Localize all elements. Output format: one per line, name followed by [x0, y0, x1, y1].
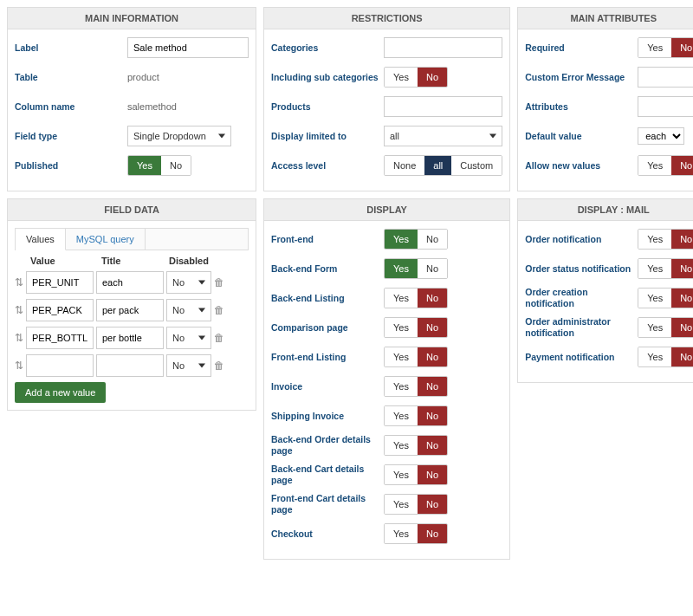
drag-handle-icon[interactable]: ⇅: [15, 276, 23, 289]
table-value: product: [127, 72, 249, 82]
row-toggle[interactable]: YesNo: [638, 229, 693, 250]
displimit-value: all: [390, 131, 399, 141]
errmsg-input[interactable]: [638, 67, 693, 88]
no-option[interactable]: No: [671, 38, 693, 57]
trash-icon[interactable]: 🗑: [214, 304, 224, 316]
no-option[interactable]: No: [671, 156, 693, 175]
allownew-toggle[interactable]: YesNo: [638, 155, 693, 176]
disabled-select[interactable]: No: [166, 299, 211, 321]
drag-handle-icon[interactable]: ⇅: [15, 360, 23, 372]
chevron-down-icon: [198, 364, 205, 368]
no-option[interactable]: No: [418, 230, 447, 249]
title-input[interactable]: [96, 354, 164, 377]
published-toggle[interactable]: YesNo: [127, 155, 191, 176]
access-option[interactable]: None: [385, 156, 424, 175]
yes-option[interactable]: Yes: [385, 495, 418, 514]
fieldtype-select[interactable]: Single Dropdown: [127, 126, 231, 146]
value-input[interactable]: [26, 327, 94, 349]
products-input[interactable]: [384, 96, 502, 117]
row-toggle[interactable]: YesNo: [384, 258, 448, 279]
title-input[interactable]: [96, 271, 164, 294]
access-option[interactable]: Custom: [451, 156, 502, 175]
yes-option[interactable]: Yes: [385, 406, 418, 425]
drag-handle-icon[interactable]: ⇅: [15, 304, 23, 316]
drag-handle-icon[interactable]: ⇅: [15, 332, 23, 344]
yes-option[interactable]: Yes: [385, 289, 418, 308]
no-option[interactable]: No: [418, 436, 447, 455]
yes-option[interactable]: Yes: [385, 465, 418, 484]
disabled-select[interactable]: No: [166, 271, 211, 294]
no-option[interactable]: No: [671, 259, 693, 278]
yes-option[interactable]: Yes: [385, 230, 418, 249]
no-option[interactable]: No: [418, 377, 447, 396]
no-option[interactable]: No: [671, 318, 693, 337]
incsub-toggle[interactable]: YesNo: [384, 67, 448, 88]
no-option[interactable]: No: [418, 259, 447, 278]
yes-option[interactable]: Yes: [385, 524, 418, 543]
row-toggle[interactable]: YesNo: [384, 347, 448, 367]
row-toggle[interactable]: YesNo: [638, 258, 693, 279]
yes-option[interactable]: Yes: [385, 318, 418, 337]
row-toggle[interactable]: YesNo: [384, 523, 448, 544]
row-label: Order notification: [525, 234, 638, 245]
add-value-button[interactable]: Add a new value: [15, 382, 106, 403]
row-toggle[interactable]: YesNo: [638, 288, 693, 308]
yes-option[interactable]: Yes: [638, 230, 671, 249]
title-input[interactable]: [96, 299, 164, 321]
yes-option[interactable]: Yes: [385, 377, 418, 396]
access-toggle[interactable]: NoneallCustom: [384, 155, 502, 176]
row-toggle[interactable]: YesNo: [384, 317, 448, 338]
no-option[interactable]: No: [671, 347, 693, 366]
trash-icon[interactable]: 🗑: [214, 332, 224, 344]
row-toggle[interactable]: YesNo: [384, 464, 448, 485]
yes-option[interactable]: Yes: [385, 68, 418, 87]
value-input[interactable]: [26, 271, 94, 294]
yes-option[interactable]: Yes: [638, 259, 671, 278]
no-option[interactable]: No: [418, 347, 447, 366]
disabled-select[interactable]: No: [166, 354, 211, 377]
yes-option[interactable]: Yes: [385, 436, 418, 455]
tab-mysql[interactable]: MySQL query: [66, 229, 146, 250]
yes-option[interactable]: Yes: [638, 318, 671, 337]
required-toggle[interactable]: YesNo: [638, 37, 693, 58]
yes-option[interactable]: Yes: [638, 347, 671, 366]
row-toggle[interactable]: YesNo: [384, 435, 448, 456]
value-input[interactable]: [26, 299, 94, 321]
displimit-select[interactable]: all: [384, 126, 502, 146]
no-option[interactable]: No: [418, 524, 447, 543]
row-toggle[interactable]: YesNo: [384, 376, 448, 397]
default-select[interactable]: each: [638, 127, 684, 145]
no-option[interactable]: No: [671, 230, 693, 249]
attributes-input[interactable]: [638, 96, 693, 117]
no-option[interactable]: No: [418, 406, 447, 425]
row-toggle[interactable]: YesNo: [384, 288, 448, 308]
disabled-select[interactable]: No: [166, 327, 211, 349]
no-option[interactable]: No: [418, 289, 447, 308]
row-toggle[interactable]: YesNo: [638, 347, 693, 367]
trash-icon[interactable]: 🗑: [214, 360, 224, 372]
no-option[interactable]: No: [418, 495, 447, 514]
tab-values[interactable]: Values: [16, 229, 66, 250]
yes-option[interactable]: Yes: [385, 259, 418, 278]
trash-icon[interactable]: 🗑: [214, 276, 224, 289]
yes-option[interactable]: Yes: [638, 289, 671, 308]
no-option[interactable]: No: [418, 318, 447, 337]
yes-option[interactable]: Yes: [385, 347, 418, 366]
row-toggle[interactable]: YesNo: [384, 405, 448, 426]
panel-main-info: MAIN INFORMATION Label Table product Col…: [7, 7, 256, 191]
row-toggle[interactable]: YesNo: [384, 494, 448, 515]
categories-input[interactable]: [384, 37, 502, 58]
yes-option[interactable]: Yes: [638, 156, 671, 175]
no-option[interactable]: No: [418, 68, 447, 87]
no-option[interactable]: No: [671, 289, 693, 308]
yes-option[interactable]: Yes: [128, 156, 161, 175]
row-toggle[interactable]: YesNo: [638, 317, 693, 338]
access-option[interactable]: all: [424, 156, 451, 175]
row-toggle[interactable]: YesNo: [384, 229, 448, 250]
yes-option[interactable]: Yes: [638, 38, 671, 57]
label-input[interactable]: [127, 37, 249, 58]
no-option[interactable]: No: [418, 465, 447, 484]
title-input[interactable]: [96, 327, 164, 349]
value-input[interactable]: [26, 354, 94, 377]
no-option[interactable]: No: [161, 156, 191, 175]
